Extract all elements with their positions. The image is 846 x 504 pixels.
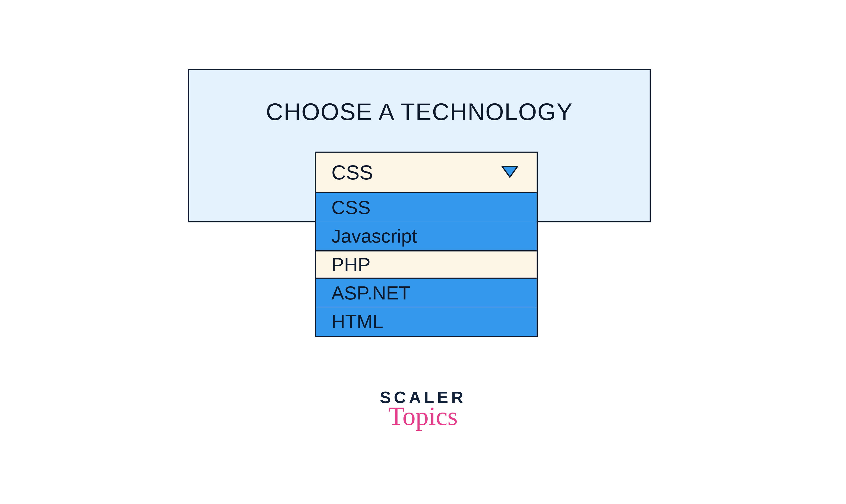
dropdown-selected-label: CSS [331,161,373,184]
svg-marker-0 [502,166,518,177]
dropdown-option[interactable]: Javascript [316,222,537,250]
dropdown-option[interactable]: ASP.NET [316,279,537,307]
technology-dropdown[interactable]: CSS CSS Javascript PHP ASP.NET HTML [315,151,538,337]
brand-logo: SCALER Topics [380,390,466,430]
dropdown-option[interactable]: CSS [316,193,537,222]
dropdown-option[interactable]: HTML [316,307,537,336]
panel-title: CHOOSE A TECHNOLOGY [189,99,650,126]
chevron-down-icon [501,165,519,179]
dropdown-list: CSS Javascript PHP ASP.NET HTML [316,193,537,336]
dropdown-option[interactable]: PHP [316,250,537,279]
dropdown-selected[interactable]: CSS [316,153,537,193]
brand-line2: Topics [380,403,466,430]
